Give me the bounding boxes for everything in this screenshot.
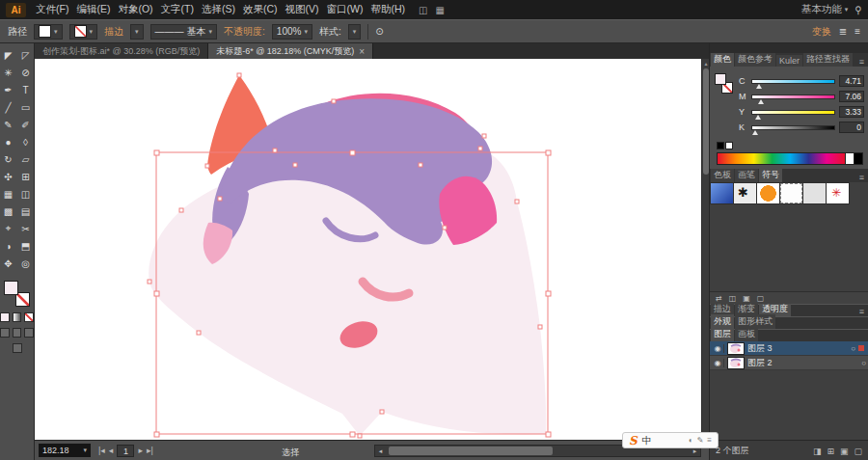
anchor-point[interactable]: [482, 134, 486, 138]
anchor-point[interactable]: [332, 99, 336, 103]
magic-wand-tool[interactable]: ✳: [1, 64, 16, 81]
draw-behind-button[interactable]: [13, 328, 22, 338]
spectrum-white[interactable]: [846, 152, 854, 165]
pencil-tool[interactable]: ✎: [1, 116, 16, 133]
delete-symbol-icon[interactable]: ▢: [757, 294, 765, 303]
fill-stroke-indicator[interactable]: [715, 73, 734, 96]
new-sublayer-icon[interactable]: ⊞: [827, 446, 834, 456]
draw-inside-button[interactable]: [24, 328, 34, 338]
fill-swatch[interactable]: [715, 73, 726, 85]
selection-handle[interactable]: [154, 432, 159, 437]
panel-menu-icon[interactable]: ≡: [854, 26, 860, 37]
free-transform-tool[interactable]: ⊞: [18, 168, 34, 185]
anchor-point[interactable]: [218, 197, 222, 201]
menu-help[interactable]: 帮助(H): [367, 1, 410, 18]
panel-menu-icon[interactable]: ≡: [856, 173, 867, 182]
symbol-libraries-icon[interactable]: ⇄: [716, 294, 722, 303]
pen-tool[interactable]: ✒: [1, 81, 16, 98]
screen-mode-button[interactable]: [13, 343, 22, 353]
eyedropper-tool[interactable]: ⌖: [1, 220, 16, 237]
lasso-tool[interactable]: ⊘: [18, 64, 34, 81]
close-icon[interactable]: ×: [359, 46, 365, 57]
selection-handle[interactable]: [350, 150, 355, 155]
tab-pathfinder[interactable]: 路径查找器: [803, 53, 853, 67]
selection-handle[interactable]: [546, 291, 551, 296]
opacity-link[interactable]: 不透明度:: [224, 25, 265, 39]
anchor-point[interactable]: [478, 147, 482, 150]
zoom-tool[interactable]: ◎: [18, 255, 34, 272]
selection-handle[interactable]: [154, 150, 159, 155]
slider-thumb[interactable]: [755, 115, 761, 120]
slider-thumb[interactable]: [752, 130, 758, 135]
magenta-slider[interactable]: [751, 95, 835, 99]
next-artboard-icon[interactable]: ▸: [138, 446, 143, 455]
magenta-value-field[interactable]: 7.06: [839, 91, 864, 102]
artboard-canvas[interactable]: [35, 59, 701, 440]
blend-tool[interactable]: ◑: [1, 237, 16, 255]
blob-brush-tool[interactable]: ●: [1, 133, 16, 150]
menu-object[interactable]: 对象(O): [114, 1, 156, 18]
slider-thumb[interactable]: [758, 99, 764, 104]
scroll-left-icon[interactable]: ◂: [375, 446, 386, 456]
dashed-symbol[interactable]: [780, 183, 802, 203]
anchor-point[interactable]: [419, 163, 422, 167]
transform-link[interactable]: 变换: [812, 25, 831, 39]
anchor-point[interactable]: [380, 410, 384, 414]
anchor-point[interactable]: [293, 163, 297, 167]
tab-color[interactable]: 颜色: [711, 53, 734, 67]
anchor-point[interactable]: [538, 325, 542, 329]
paintbrush-tool[interactable]: ✐: [18, 116, 34, 133]
white-swatch[interactable]: [725, 142, 733, 149]
layer-name[interactable]: 图层 2: [747, 357, 858, 369]
fill-stroke-control[interactable]: [4, 281, 30, 307]
selection-handle[interactable]: [546, 150, 551, 155]
tab-color-guide[interactable]: 颜色参考: [735, 53, 775, 67]
recolor-artwork-icon[interactable]: ⊙: [375, 26, 383, 37]
menu-icon[interactable]: ≡: [707, 436, 712, 445]
zoom-level-dropdown[interactable]: 182.18 ▾: [39, 444, 91, 457]
opacity-dropdown[interactable]: 100% ▾: [272, 24, 312, 40]
layer-name[interactable]: 图层 3: [747, 342, 848, 355]
workspace-switcher[interactable]: 基本功能 ▾: [801, 3, 849, 16]
shape-builder-tool[interactable]: ▦: [1, 185, 16, 203]
new-symbol-icon[interactable]: ▣: [743, 294, 750, 303]
yellow-value-field[interactable]: 3.33: [839, 106, 864, 118]
anchor-point[interactable]: [237, 73, 241, 77]
artboard-tool[interactable]: ⬒: [18, 237, 34, 255]
slider-thumb[interactable]: [756, 84, 762, 89]
draw-normal-button[interactable]: [0, 328, 10, 338]
stroke-color-dropdown[interactable]: ▾: [69, 24, 98, 40]
black-value-field[interactable]: 0: [839, 122, 864, 133]
vertical-scrollbar[interactable]: ▴ ▾: [701, 59, 709, 440]
anchor-point[interactable]: [515, 200, 519, 203]
black-slider[interactable]: [751, 125, 835, 130]
none-mode-button[interactable]: [24, 312, 34, 322]
fill-swatch[interactable]: [4, 281, 18, 295]
tab-symbols[interactable]: 符号: [759, 169, 782, 182]
spectrum-black[interactable]: [854, 152, 863, 165]
arrange-documents-icon[interactable]: ◫: [419, 5, 427, 15]
line-tool[interactable]: ╱: [1, 98, 16, 116]
anchor-point[interactable]: [179, 208, 183, 212]
tab-brushes[interactable]: 画笔: [735, 169, 758, 182]
place-symbol-icon[interactable]: ◫: [729, 294, 737, 303]
mesh-tool[interactable]: ▩: [1, 203, 16, 220]
anchor-point[interactable]: [358, 434, 362, 438]
new-layer-icon[interactable]: ▣: [840, 446, 849, 456]
menu-window[interactable]: 窗口(W): [323, 1, 367, 18]
target-icon[interactable]: ○: [861, 359, 866, 367]
black-swatch[interactable]: [717, 142, 724, 149]
first-artboard-icon[interactable]: |◂: [98, 446, 105, 455]
delete-layer-icon[interactable]: ▢: [854, 446, 862, 456]
panel-menu-icon[interactable]: ≡: [856, 307, 867, 316]
layer-row-2[interactable]: ◉ 图层 2 ○: [710, 356, 868, 370]
tab-swatches[interactable]: 色板: [711, 169, 734, 182]
visibility-eye-icon[interactable]: ◉: [712, 344, 724, 353]
anchor-point[interactable]: [205, 164, 209, 168]
tab-kuler[interactable]: Kuler: [776, 55, 802, 67]
menu-type[interactable]: 文字(T): [157, 1, 198, 18]
type-tool[interactable]: T: [18, 81, 34, 98]
anchor-point[interactable]: [148, 280, 151, 284]
rectangle-tool[interactable]: ▭: [18, 98, 34, 116]
stroke-weight-dropdown[interactable]: ▾: [130, 24, 144, 40]
